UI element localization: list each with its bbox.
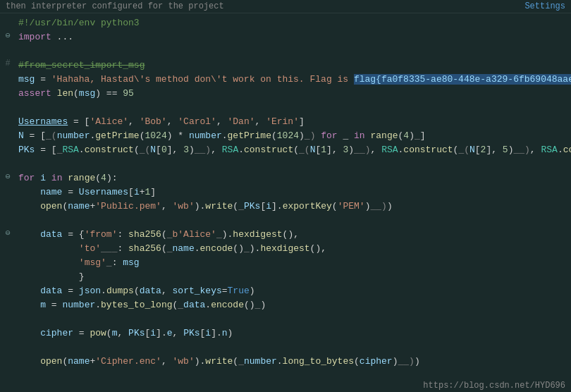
line-3 (0, 44, 571, 59)
top-bar: then interpreter configured for the proj… (0, 0, 571, 13)
line-1: #!/usr/bin/env python3 (0, 16, 571, 30)
content-1: #!/usr/bin/env python3 (16, 16, 565, 30)
line-14: open(name+'Public.pem', 'wb').write(_PKs… (0, 200, 571, 214)
content-25: open(name+'Cipher.enc', 'wb').write(_num… (16, 355, 565, 369)
line-6: assert len(msg) == 95 (0, 87, 571, 101)
content-5: msg = 'Hahaha, Hastad\'s method don\'t w… (16, 73, 571, 87)
line-25: open(name+'Cipher.enc', 'wb').write(_num… (0, 355, 571, 369)
line-2: ⊖ import ... (0, 30, 571, 44)
bottom-bar: https://blog.csdn.net/HYD696 (417, 379, 571, 392)
line-12: ⊖ for i in range(4): (0, 171, 571, 185)
line-13: name = Usernames[i+1] (0, 185, 571, 200)
content-17: 'to'___: sha256(_name.encode()_).hexdige… (16, 242, 565, 256)
line-4: # #from_secret_import_msg (0, 59, 571, 73)
content-2: import ... (16, 30, 565, 44)
gutter-12[interactable]: ⊖ (0, 171, 16, 182)
content-23: cipher = pow(m, PKs[i].e, PKs[i].n) (16, 326, 565, 341)
gutter-4: # (0, 59, 16, 68)
code-body: #!/usr/bin/env python3 ⊖ import ... # #f… (0, 13, 571, 372)
content-18: 'msg'_: msg (16, 256, 565, 270)
line-11 (0, 157, 571, 171)
content-16: data = {'from': sha256(_b'Alice'_).hexdi… (16, 228, 565, 242)
content-14: open(name+'Public.pem', 'wb').write(_PKs… (16, 200, 565, 214)
line-10: PKs = [_RSA.construct(_(N[0], 3)__), RSA… (0, 143, 571, 157)
top-bar-text: then interpreter configured for the proj… (6, 1, 224, 11)
url-text[interactable]: https://blog.csdn.net/HYD696 (423, 381, 565, 391)
line-9: N = [_(number.getPrime(1024) * number.ge… (0, 129, 571, 143)
content-21: m = number.bytes_to_long(_data.encode()_… (16, 298, 565, 312)
line-21: m = number.bytes_to_long(_data.encode()_… (0, 298, 571, 312)
content-9: N = [_(number.getPrime(1024) * number.ge… (16, 129, 565, 143)
line-5: msg = 'Hahaha, Hastad\'s method don\'t w… (0, 73, 571, 87)
settings-link[interactable]: Settings (524, 1, 565, 11)
line-17: 'to'___: sha256(_name.encode()_).hexdige… (0, 242, 571, 256)
line-18: 'msg'_: msg (0, 256, 571, 270)
content-19: } (16, 270, 565, 284)
gutter-2[interactable]: ⊖ (0, 30, 16, 41)
line-19: } (0, 270, 571, 284)
line-15 (0, 214, 571, 228)
line-16: ⊖ data = {'from': sha256(_b'Alice'_).hex… (0, 228, 571, 242)
line-24 (0, 341, 571, 355)
content-12: for i in range(4): (16, 171, 565, 185)
code-editor: then interpreter configured for the proj… (0, 0, 571, 392)
line-20: data = json.dumps(data, sort_keys=True) (0, 284, 571, 298)
content-4: #from_secret_import_msg (16, 59, 565, 73)
content-10: PKs = [_RSA.construct(_(N[0], 3)__), RSA… (16, 143, 571, 157)
content-13: name = Usernames[i+1] (16, 185, 565, 200)
gutter-16[interactable]: ⊖ (0, 228, 16, 238)
line-8: Usernames = ['Alice', 'Bob', 'Carol', 'D… (0, 115, 571, 129)
line-23: cipher = pow(m, PKs[i].e, PKs[i].n) (0, 326, 571, 341)
content-8: Usernames = ['Alice', 'Bob', 'Carol', 'D… (16, 115, 565, 129)
content-6: assert len(msg) == 95 (16, 87, 565, 101)
content-20: data = json.dumps(data, sort_keys=True) (16, 284, 565, 298)
line-22 (0, 312, 571, 326)
line-7 (0, 101, 571, 115)
